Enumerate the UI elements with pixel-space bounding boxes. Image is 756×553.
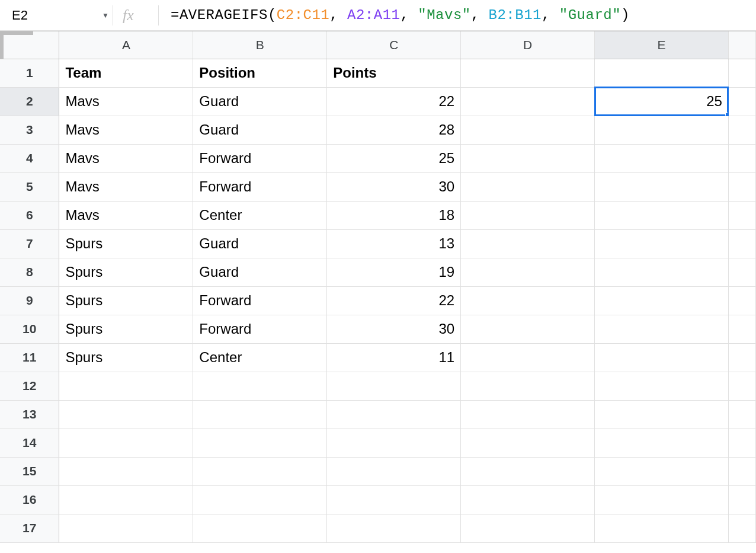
cell-next-10[interactable] <box>728 315 755 343</box>
cell-B14[interactable] <box>193 429 327 457</box>
cell-C3[interactable]: 28 <box>327 116 461 144</box>
column-header-A[interactable]: A <box>59 31 193 59</box>
cell-E14[interactable] <box>595 429 729 457</box>
cell-A15[interactable] <box>59 457 193 485</box>
row-header-11[interactable]: 11 <box>0 343 59 372</box>
row-header-9[interactable]: 9 <box>0 286 59 315</box>
cell-E17[interactable] <box>595 514 729 542</box>
cell-C11[interactable]: 11 <box>327 343 461 372</box>
cell-E3[interactable] <box>595 116 729 144</box>
name-box[interactable]: E2 ▼ <box>6 8 113 23</box>
cell-D1[interactable] <box>461 59 595 87</box>
cell-next-14[interactable] <box>728 429 755 457</box>
cell-C8[interactable]: 19 <box>327 258 461 286</box>
cell-E6[interactable] <box>595 201 729 229</box>
cell-A12[interactable] <box>59 372 193 400</box>
cell-C4[interactable]: 25 <box>327 144 461 172</box>
column-header-C[interactable]: C <box>327 31 461 59</box>
cell-A4[interactable]: Mavs <box>59 144 193 172</box>
cell-C13[interactable] <box>327 400 461 429</box>
fill-handle[interactable] <box>725 113 729 116</box>
select-all-corner[interactable] <box>0 31 59 59</box>
cell-C2[interactable]: 22 <box>327 87 461 116</box>
row-header-16[interactable]: 16 <box>0 485 59 514</box>
cell-next-11[interactable] <box>728 343 755 372</box>
cell-A7[interactable]: Spurs <box>59 229 193 258</box>
cell-B7[interactable]: Guard <box>193 229 327 258</box>
cell-C9[interactable]: 22 <box>327 286 461 315</box>
cell-E1[interactable] <box>595 59 729 87</box>
cell-C5[interactable]: 30 <box>327 172 461 201</box>
column-header-next[interactable] <box>728 31 755 59</box>
cell-C16[interactable] <box>327 485 461 514</box>
cell-B5[interactable]: Forward <box>193 172 327 201</box>
cell-C12[interactable] <box>327 372 461 400</box>
cell-D12[interactable] <box>461 372 595 400</box>
cell-next-13[interactable] <box>728 400 755 429</box>
cell-A17[interactable] <box>59 514 193 542</box>
row-header-6[interactable]: 6 <box>0 201 59 229</box>
row-header-14[interactable]: 14 <box>0 429 59 457</box>
cell-B6[interactable]: Center <box>193 201 327 229</box>
cell-next-15[interactable] <box>728 457 755 485</box>
row-header-17[interactable]: 17 <box>0 514 59 542</box>
formula-input[interactable]: =AVERAGEIFS(C2:C11, A2:A11, "Mavs", B2:B… <box>171 7 750 23</box>
row-header-4[interactable]: 4 <box>0 144 59 172</box>
row-header-12[interactable]: 12 <box>0 372 59 400</box>
cell-next-7[interactable] <box>728 229 755 258</box>
cell-B11[interactable]: Center <box>193 343 327 372</box>
cell-C6[interactable]: 18 <box>327 201 461 229</box>
cell-A13[interactable] <box>59 400 193 429</box>
cell-A6[interactable]: Mavs <box>59 201 193 229</box>
cell-D17[interactable] <box>461 514 595 542</box>
cell-E7[interactable] <box>595 229 729 258</box>
column-header-B[interactable]: B <box>193 31 327 59</box>
cell-next-3[interactable] <box>728 116 755 144</box>
chevron-down-icon[interactable]: ▼ <box>102 11 109 20</box>
cell-C15[interactable] <box>327 457 461 485</box>
cell-next-5[interactable] <box>728 172 755 201</box>
cell-E13[interactable] <box>595 400 729 429</box>
cell-D13[interactable] <box>461 400 595 429</box>
cell-C7[interactable]: 13 <box>327 229 461 258</box>
cell-C10[interactable]: 30 <box>327 315 461 343</box>
cell-E8[interactable] <box>595 258 729 286</box>
cell-next-17[interactable] <box>728 514 755 542</box>
cell-B17[interactable] <box>193 514 327 542</box>
cell-A14[interactable] <box>59 429 193 457</box>
cell-next-12[interactable] <box>728 372 755 400</box>
cell-B10[interactable]: Forward <box>193 315 327 343</box>
row-header-1[interactable]: 1 <box>0 59 59 87</box>
cell-B15[interactable] <box>193 457 327 485</box>
row-header-7[interactable]: 7 <box>0 229 59 258</box>
cell-B1[interactable]: Position <box>193 59 327 87</box>
cell-B9[interactable]: Forward <box>193 286 327 315</box>
cell-B13[interactable] <box>193 400 327 429</box>
column-header-E[interactable]: E <box>595 31 729 59</box>
column-header-D[interactable]: D <box>461 31 595 59</box>
cell-D4[interactable] <box>461 144 595 172</box>
cell-A1[interactable]: Team <box>59 59 193 87</box>
cell-E15[interactable] <box>595 457 729 485</box>
cell-A8[interactable]: Spurs <box>59 258 193 286</box>
cell-B2[interactable]: Guard <box>193 87 327 116</box>
cell-D6[interactable] <box>461 201 595 229</box>
cell-D8[interactable] <box>461 258 595 286</box>
cell-E11[interactable] <box>595 343 729 372</box>
cell-D14[interactable] <box>461 429 595 457</box>
cell-A3[interactable]: Mavs <box>59 116 193 144</box>
cell-B12[interactable] <box>193 372 327 400</box>
cell-D10[interactable] <box>461 315 595 343</box>
cell-D7[interactable] <box>461 229 595 258</box>
row-header-13[interactable]: 13 <box>0 400 59 429</box>
cell-D9[interactable] <box>461 286 595 315</box>
cell-B16[interactable] <box>193 485 327 514</box>
spreadsheet-grid[interactable]: ABCDE1TeamPositionPoints2MavsGuard22253M… <box>0 31 756 543</box>
cell-D15[interactable] <box>461 457 595 485</box>
cell-B8[interactable]: Guard <box>193 258 327 286</box>
cell-D16[interactable] <box>461 485 595 514</box>
row-header-5[interactable]: 5 <box>0 172 59 201</box>
cell-A9[interactable]: Spurs <box>59 286 193 315</box>
cell-E4[interactable] <box>595 144 729 172</box>
row-header-15[interactable]: 15 <box>0 457 59 485</box>
